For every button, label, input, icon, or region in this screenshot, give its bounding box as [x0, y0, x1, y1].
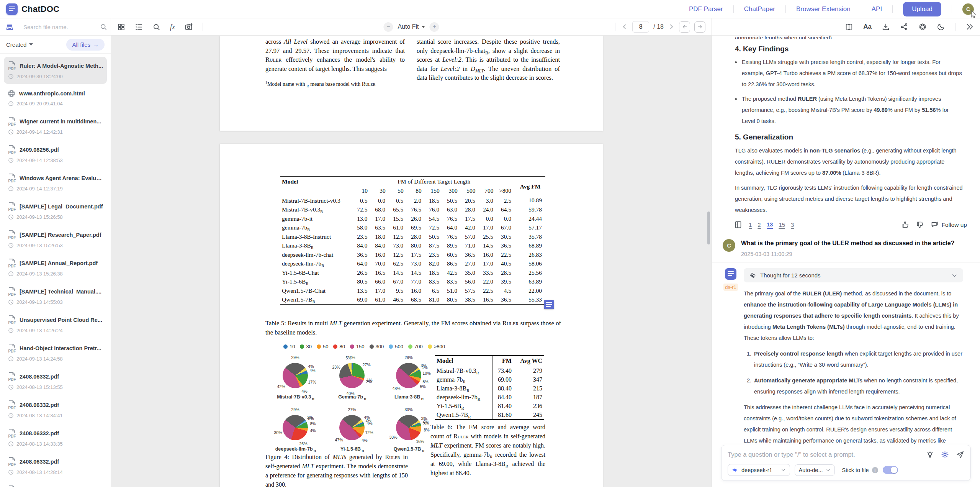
document-viewer[interactable]: across All Level showed an average impro… [111, 36, 712, 487]
source-page-link[interactable]: 1 [749, 221, 752, 228]
file-date: 2024-08-13 15:13:55 [16, 384, 63, 390]
question-text: What is the primary goal of the ULER met… [741, 239, 954, 248]
file-list-item[interactable]: PDF[SAMPLE] Research_Paper.pdf 2024-09-1… [4, 226, 107, 253]
clock-icon [8, 413, 14, 418]
nav-pdf-parser[interactable]: PDF Parser [689, 5, 723, 13]
thumbnail-grid-icon[interactable] [117, 23, 125, 31]
search-input[interactable] [23, 24, 100, 30]
source-page-link[interactable]: 3 [791, 221, 794, 228]
legend-item: 500 [389, 344, 403, 349]
figure-4-pies: 29%4%4%17%4%42%Mistral-7B-v0.3 R5%2%27%1… [267, 355, 437, 459]
table-row: Yi-1.5-6BR81.40236 [435, 402, 544, 410]
page-next-icon[interactable] [668, 23, 675, 30]
answer-paragraph: The primary goal of the RULER (ULER) met… [744, 288, 963, 344]
app-header: ChatDOC PDF Parser ChatPaper Browser Ext… [0, 0, 980, 18]
summary-bullet: The proposed method RULER (using Meta Le… [735, 93, 963, 127]
collapse-panel-icon[interactable] [965, 23, 974, 31]
openai-icon[interactable] [918, 23, 927, 31]
file-list-item[interactable]: PDF2408.06332.pdf 2024-08-13 14:28:14 [4, 453, 107, 480]
table-6-caption: Table 6: The FM score and average word c… [430, 423, 545, 478]
sort-created-dropdown[interactable]: Created [6, 41, 33, 48]
legend-item: 10 [283, 344, 295, 349]
caret-down-icon [422, 26, 425, 28]
thought-collapse-bar[interactable]: Thought for 12 seconds [744, 268, 963, 282]
file-list-item[interactable]: PDF2408.06332.pdf 2024-08-13 15:13:55 [4, 367, 107, 395]
pie-chart: 29%4%4%17%4%42%Mistral-7B-v0.3 R [267, 355, 324, 403]
svg-text:PDF: PDF [8, 406, 16, 410]
thumbs-down-icon[interactable] [916, 221, 924, 229]
search-document-icon[interactable] [152, 23, 160, 31]
chat-scroll-area[interactable]: appropriate lengths when not specified).… [712, 36, 980, 444]
svg-text:PDF: PDF [8, 179, 16, 183]
thinking-icon [749, 272, 756, 279]
nav-api[interactable]: API [872, 5, 882, 13]
search-icon[interactable] [100, 23, 107, 31]
summary-book-icon[interactable] [845, 23, 853, 31]
file-list-item[interactable]: PDFRuler: A Model-Agnostic Meth... 2024-… [4, 57, 107, 84]
pdf-toolbar: fx − Auto Fit + / 18 [111, 18, 712, 36]
sidebar-filter-row: Created All files→ [0, 36, 111, 54]
snapshot-icon[interactable] [185, 23, 193, 31]
history-back-button[interactable] [679, 21, 690, 33]
all-files-button[interactable]: All files→ [66, 39, 105, 51]
file-title: [SAMPLE] Research_Paper.pdf [20, 232, 101, 238]
file-list-item[interactable]: PDFUnsupervised Point Cloud Re... 2024-0… [4, 311, 107, 338]
upload-button[interactable]: Upload [903, 2, 941, 16]
file-list-item[interactable]: PDF[SAMPLE] Technical_Manual.... 2024-09… [4, 282, 107, 310]
model-select-dropdown[interactable]: deepseek-r1 [728, 464, 790, 476]
history-forward-button[interactable] [694, 21, 705, 33]
file-list-item[interactable]: PDF[SAMPLE] Annual_Report.pdf 2024-09-13… [4, 254, 107, 281]
info-icon[interactable]: i [872, 467, 878, 473]
file-list-item[interactable]: PDF2408.05910.pdf 2024-08-13 14:26:51 [4, 481, 107, 487]
file-list-item[interactable]: PDFHand-Object Interaction Pretr... 2024… [4, 339, 107, 366]
zoom-mode-dropdown[interactable]: Auto Fit [398, 23, 425, 30]
prompt-ideas-icon[interactable] [926, 451, 934, 459]
clock-icon [8, 469, 14, 475]
table-row: Mistral-7B-v0.3R72.568.065.576.576.063.0… [280, 205, 545, 214]
nav-chatpaper[interactable]: ChatPaper [744, 5, 775, 13]
archive-icon[interactable] [5, 23, 14, 31]
share-icon[interactable] [900, 23, 908, 31]
follow-up-button[interactable]: Follow up [931, 221, 967, 229]
annotation-bookmark-icon[interactable] [544, 300, 554, 309]
svg-text:PDF: PDF [8, 462, 16, 466]
file-list-item[interactable]: PDF[SAMPLE] Legal_Document.pdf 2024-09-1… [4, 197, 107, 225]
chat-scrollbar-thumb[interactable] [707, 212, 710, 244]
zoom-out-button[interactable]: − [383, 22, 393, 32]
file-list-item[interactable]: PDFWindows Agent Arena: Evalua... 2024-0… [4, 169, 107, 196]
stick-to-file-toggle[interactable] [883, 466, 898, 474]
source-page-link[interactable]: 13 [767, 221, 773, 229]
file-date: 2024-09-13 14:55:03 [16, 299, 63, 305]
sidebar: Created All files→ PDFRuler: A Model-Agn… [0, 18, 111, 487]
source-page-link[interactable]: 2 [757, 221, 761, 228]
dark-mode-moon-icon[interactable] [937, 23, 945, 31]
arrow-right-icon: → [93, 41, 99, 48]
thumbs-up-icon[interactable] [901, 221, 910, 229]
settings-gear-icon[interactable] [941, 451, 949, 459]
outline-list-icon[interactable] [135, 23, 143, 31]
zoom-controls: − Auto Fit + [383, 22, 439, 32]
composer: deepseek-r1 Auto-de... Stick to file i [721, 445, 971, 481]
source-page-link[interactable]: 15 [779, 221, 785, 228]
file-list-item[interactable]: www.anthropic.com.html 2024-09-20 09:41:… [4, 85, 107, 111]
zoom-in-button[interactable]: + [430, 22, 439, 32]
chatdoc-logo-icon[interactable] [6, 3, 18, 15]
file-list-item[interactable]: PDF2408.06332.pdf 2024-08-13 14:33:35 [4, 424, 107, 451]
download-icon[interactable] [882, 23, 890, 31]
formula-icon[interactable]: fx [170, 23, 175, 31]
file-list-item[interactable]: PDF2408.06332.pdf 2024-08-13 14:34:41 [4, 396, 107, 423]
nav-browser-extension[interactable]: Browser Extension [796, 5, 851, 13]
file-list-item[interactable]: PDFWigner current in multidimen... 2024-… [4, 112, 107, 139]
font-size-icon[interactable]: Aa [863, 23, 872, 31]
table-row: deepseek-llm-7b-chat36.516.012.517.523.5… [280, 250, 545, 259]
clock-icon [8, 271, 14, 277]
chat-toolbar: Aa [712, 18, 980, 36]
page-prev-icon[interactable] [621, 23, 628, 30]
auto-detect-dropdown[interactable]: Auto-de... [795, 464, 835, 476]
send-icon[interactable] [956, 450, 964, 459]
file-date: 2024-09-14 12:42:31 [16, 129, 63, 135]
clipped-summary-line: appropriate lengths when not specified). [735, 36, 963, 39]
page-number-input[interactable] [632, 21, 649, 33]
file-list-item[interactable]: PDF2409.08256.pdf 2024-09-14 12:38:53 [4, 141, 107, 168]
question-input[interactable] [728, 451, 919, 458]
